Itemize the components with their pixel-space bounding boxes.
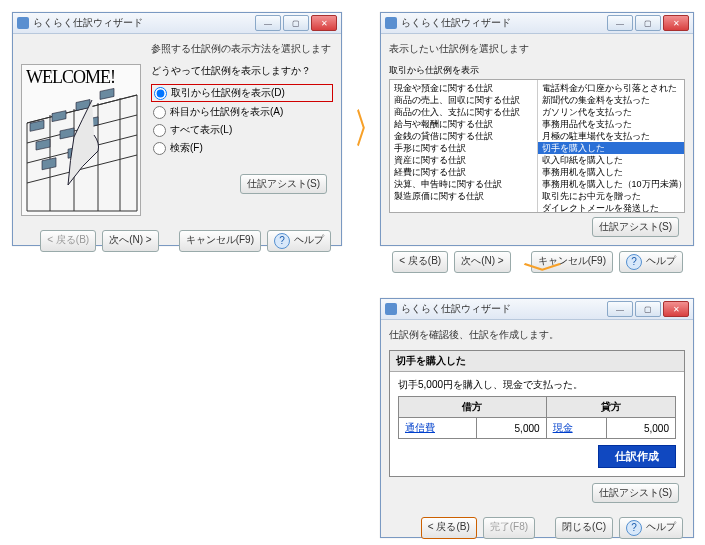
list-item[interactable]: 商品の売上、回収に関する仕訳 xyxy=(390,94,537,106)
list-item[interactable]: 金銭の貸借に関する仕訳 xyxy=(390,130,537,142)
radio-show-all[interactable] xyxy=(153,124,166,137)
assist-button[interactable]: 仕訳アシスト(S) xyxy=(240,174,327,194)
list-item[interactable]: ダイレクトメールを発送した xyxy=(538,202,685,212)
list-item[interactable]: 事務用品代を支払った xyxy=(538,118,685,130)
category-list[interactable]: 現金や預金に関する仕訳商品の売上、回収に関する仕訳商品の仕入、支払に関する仕訳給… xyxy=(390,80,538,212)
radio-by-account[interactable] xyxy=(153,106,166,119)
radio-search[interactable] xyxy=(153,142,166,155)
list-item[interactable]: 事務用机を購入した（10万円未満） xyxy=(538,178,685,190)
option-show-all[interactable]: すべて表示(L) xyxy=(151,122,333,138)
next-button[interactable]: 次へ(N) > xyxy=(102,230,159,252)
help-label: ヘルプ xyxy=(646,255,676,266)
list-item[interactable]: 商品の仕入、支払に関する仕訳 xyxy=(390,106,537,118)
minimize-button[interactable]: — xyxy=(607,15,633,31)
assist-button[interactable]: 仕訳アシスト(S) xyxy=(592,217,679,237)
cancel-button[interactable]: キャンセル(F9) xyxy=(179,230,261,252)
page-subtitle: 参照する仕訳例の表示方法を選択します xyxy=(151,42,333,56)
svg-rect-3 xyxy=(100,88,114,99)
list-item[interactable]: 製造原価に関する仕訳 xyxy=(390,190,537,202)
minimize-button[interactable]: — xyxy=(255,15,281,31)
list-item[interactable]: 月極の駐車場代を支払った xyxy=(538,130,685,142)
help-label: ヘルプ xyxy=(294,234,324,245)
list-item[interactable]: 収入印紙を購入した xyxy=(538,154,685,166)
list-item[interactable]: 取引先にお中元を贈った xyxy=(538,190,685,202)
close-window-button[interactable]: 閉じる(C) xyxy=(555,517,613,539)
maximize-button[interactable]: ▢ xyxy=(283,15,309,31)
back-button[interactable]: < 戻る(B) xyxy=(392,251,448,273)
close-button[interactable]: ✕ xyxy=(311,15,337,31)
app-icon xyxy=(385,17,397,29)
option-label: 取引から仕訳例を表示(D) xyxy=(171,86,285,100)
category-label: 取引から仕訳例を表示 xyxy=(389,64,685,77)
app-icon xyxy=(17,17,29,29)
debit-header: 借方 xyxy=(399,397,547,418)
list-item[interactable]: 新聞代の集金料を支払った xyxy=(538,94,685,106)
list-item[interactable]: 給与や報酬に関する仕訳 xyxy=(390,118,537,130)
page-subtitle: 表示したい仕訳例を選択します xyxy=(389,42,685,56)
help-button[interactable]: ?ヘルプ xyxy=(267,230,331,252)
option-search[interactable]: 検索(F) xyxy=(151,140,333,156)
list-item[interactable]: 切手を購入した xyxy=(538,142,685,154)
close-button[interactable]: ✕ xyxy=(663,301,689,317)
done-button[interactable]: 完了(F8) xyxy=(483,517,535,539)
list-item[interactable]: 電話料金が口座から引落とされた xyxy=(538,82,685,94)
window-title: らくらく仕訳ウィザード xyxy=(33,16,143,30)
arrow-down-icon: 〉 xyxy=(522,260,562,288)
option-label: すべて表示(L) xyxy=(170,123,232,137)
debit-account-link[interactable]: 通信費 xyxy=(405,422,435,433)
maximize-button[interactable]: ▢ xyxy=(635,301,661,317)
page-subtitle: 仕訳例を確認後、仕訳を作成します。 xyxy=(389,328,685,342)
window-title: らくらく仕訳ウィザード xyxy=(401,302,511,316)
arrow-right-icon: 〉 xyxy=(354,108,382,148)
list-item[interactable]: 経費に関する仕訳 xyxy=(390,166,537,178)
list-item[interactable]: 現金や預金に関する仕訳 xyxy=(390,82,537,94)
list-item[interactable]: 事務用机を購入した xyxy=(538,166,685,178)
journal-table: 借方 貸方 通信費 5,000 現金 5,000 xyxy=(398,396,676,439)
credit-header: 貸方 xyxy=(546,397,675,418)
option-label: 科目から仕訳例を表示(A) xyxy=(170,105,283,119)
example-description: 切手5,000円を購入し、現金で支払った。 xyxy=(398,378,676,392)
option-by-transaction[interactable]: 取引から仕訳例を表示(D) xyxy=(151,84,333,102)
list-item[interactable]: 決算、申告時に関する仕訳 xyxy=(390,178,537,190)
debit-amount: 5,000 xyxy=(477,418,546,439)
minimize-button[interactable]: — xyxy=(607,301,633,317)
option-by-account[interactable]: 科目から仕訳例を表示(A) xyxy=(151,104,333,120)
credit-amount: 5,000 xyxy=(606,418,675,439)
help-label: ヘルプ xyxy=(646,521,676,532)
back-button[interactable]: < 戻る(B) xyxy=(40,230,96,252)
app-icon xyxy=(385,303,397,315)
help-button[interactable]: ?ヘルプ xyxy=(619,517,683,539)
example-title: 切手を購入した xyxy=(390,351,684,372)
list-item[interactable]: 手形に関する仕訳 xyxy=(390,142,537,154)
radio-by-transaction[interactable] xyxy=(154,87,167,100)
list-item[interactable]: ガソリン代を支払った xyxy=(538,106,685,118)
options-question: どうやって仕訳例を表示しますか？ xyxy=(151,64,333,78)
option-label: 検索(F) xyxy=(170,141,203,155)
next-button[interactable]: 次へ(N) > xyxy=(454,251,511,273)
list-item[interactable]: 資産に関する仕訳 xyxy=(390,154,537,166)
window-title: らくらく仕訳ウィザード xyxy=(401,16,511,30)
welcome-illustration: WELCOME! xyxy=(21,64,141,216)
credit-account-link[interactable]: 現金 xyxy=(553,422,573,433)
example-list[interactable]: 電話料金が口座から引落とされた新聞代の集金料を支払ったガソリン代を支払った事務用… xyxy=(538,80,685,212)
table-row: 通信費 5,000 現金 5,000 xyxy=(399,418,676,439)
close-button[interactable]: ✕ xyxy=(663,15,689,31)
help-button[interactable]: ?ヘルプ xyxy=(619,251,683,273)
maximize-button[interactable]: ▢ xyxy=(635,15,661,31)
create-journal-button[interactable]: 仕訳作成 xyxy=(598,445,676,468)
assist-button[interactable]: 仕訳アシスト(S) xyxy=(592,483,679,503)
back-button[interactable]: < 戻る(B) xyxy=(421,517,477,539)
